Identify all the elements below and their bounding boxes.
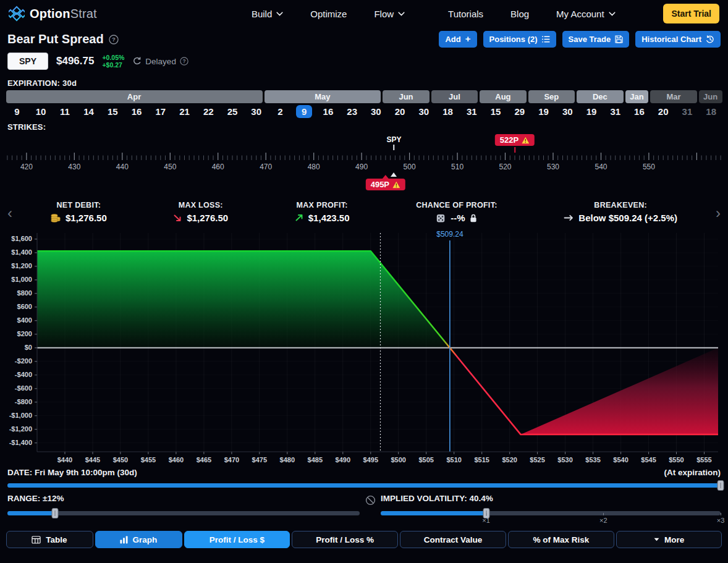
expiration-date-mar-20[interactable]: 20 [651, 104, 675, 119]
date-slider-handle[interactable] [717, 480, 724, 491]
svg-text:550: 550 [643, 163, 655, 171]
leg-badge-522p[interactable]: 522P [495, 134, 535, 146]
historical-chart-button[interactable]: Historical Chart [635, 31, 721, 48]
mode-tab-of-max-risk[interactable]: % of Max Risk [508, 531, 614, 548]
expiration-date-apr-25[interactable]: 25 [221, 104, 245, 119]
svg-text:$1,600: $1,600 [11, 235, 32, 242]
svg-text:500: 500 [404, 163, 416, 171]
payoff-chart[interactable]: $509.24$1,600$1,400$1,200$1,000$800$600$… [5, 228, 723, 465]
strike-ruler[interactable]: 4204304404504604704804905005105205305405… [5, 134, 723, 196]
mode-tab-contract-value[interactable]: Contract Value [400, 531, 506, 548]
strikes-label: STRIKES: [0, 119, 728, 134]
expiration-date-jul-18[interactable]: 18 [436, 104, 460, 119]
expiration-date-dec-19[interactable]: 19 [580, 104, 604, 119]
expiration-month-mar[interactable]: Mar [650, 90, 696, 103]
nav-item-optimize[interactable]: Optimize [310, 9, 347, 19]
expiration-date-apr-14[interactable]: 14 [77, 104, 101, 119]
expiration-date-may-9[interactable]: 9 [292, 104, 316, 119]
expiration-month-dec[interactable]: Dec [577, 90, 623, 103]
expiration-month-jun[interactable]: Jun [383, 90, 429, 103]
expiration-date-dec-31[interactable]: 31 [603, 104, 627, 119]
help-icon[interactable]: ? [109, 35, 119, 44]
svg-text:$455: $455 [141, 456, 156, 464]
expiration-date-mar-31[interactable]: 31 [675, 104, 700, 119]
reset-range-icon[interactable] [360, 494, 381, 525]
expiration-date-apr-17[interactable]: 17 [148, 104, 172, 119]
expiration-date-jul-31[interactable]: 31 [460, 104, 484, 119]
expiration-date-jan26-16[interactable]: 16 [627, 104, 651, 119]
expiration-month-jan26[interactable]: Jan '26 [625, 90, 649, 103]
expiration-date-apr-9[interactable]: 9 [5, 104, 29, 119]
expiration-date-sep-19[interactable]: 19 [531, 104, 556, 119]
expiration-month-sep[interactable]: Sep [528, 90, 575, 103]
expiration-date-apr-11[interactable]: 11 [53, 104, 77, 119]
expiration-month-jun[interactable]: Jun [699, 90, 722, 103]
expiration-date-aug-15[interactable]: 15 [484, 104, 508, 119]
delayed-indicator: Delayed ? [132, 57, 188, 66]
delayed-help-icon[interactable]: ? [180, 57, 188, 66]
expiration-date-may-2[interactable]: 2 [268, 104, 292, 119]
stats-scroll-left-icon[interactable]: ‹ [7, 206, 12, 221]
nav-item-blog[interactable]: Blog [510, 9, 529, 19]
expiration-month-jul[interactable]: Jul [431, 90, 478, 103]
expiration-date-jun-20[interactable]: 20 [388, 104, 412, 119]
arrow-down-red-icon [173, 213, 182, 222]
expiration-date-sep-30[interactable]: 30 [556, 104, 580, 119]
expiration-month-may[interactable]: May [265, 90, 381, 103]
svg-text:$520: $520 [502, 456, 517, 464]
mode-tab-profit-loss[interactable]: Profit / Loss % [292, 531, 398, 548]
svg-text:490: 490 [355, 163, 368, 171]
leg-tick [514, 147, 515, 153]
svg-text:$550: $550 [669, 456, 684, 464]
expiration-date-apr-30[interactable]: 30 [244, 104, 268, 119]
range-slider-handle[interactable] [51, 508, 58, 519]
iv-slider[interactable] [381, 511, 721, 515]
expiration-date-apr-15[interactable]: 15 [101, 104, 125, 119]
expiration-date-apr-10[interactable]: 10 [29, 104, 53, 119]
positions-2--button[interactable]: Positions (2) [483, 31, 556, 48]
nav-item-flow[interactable]: Flow [374, 9, 405, 19]
range-slider[interactable] [7, 511, 360, 515]
expiration-month-aug[interactable]: Aug [480, 90, 526, 103]
nav-item-my-account[interactable]: My Account [556, 9, 616, 19]
logo[interactable]: OptionStrat [9, 6, 97, 22]
expiration-date-jun-30[interactable]: 30 [412, 104, 436, 119]
add-button[interactable]: Add+ [439, 31, 476, 48]
date-slider[interactable] [7, 483, 721, 488]
save-trade-button[interactable]: Save Trade [562, 31, 630, 48]
nav-item-build[interactable]: Build [252, 9, 283, 19]
price-change-abs: +$0.27 [102, 61, 124, 69]
expiration-date-jun-18[interactable]: 18 [699, 104, 723, 119]
expiration-date-apr-21[interactable]: 21 [172, 104, 197, 119]
strike-ruler-ticks: 4204304404504604704804905005105205305405… [5, 148, 723, 172]
svg-text:510: 510 [451, 163, 463, 171]
svg-text:$480: $480 [280, 456, 295, 464]
iv-control: IMPLIED VOLATILITY: 40.4% ×1 ×2 ×3 [381, 494, 721, 525]
expiration-date-may-23[interactable]: 23 [340, 104, 364, 119]
mode-tab-profit-loss[interactable]: Profit / Loss $ [184, 531, 290, 548]
mode-tab-more[interactable]: More [616, 531, 722, 548]
expiration-month-apr[interactable]: Apr [6, 90, 263, 103]
leg-badge-495p[interactable]: 495P [366, 179, 405, 190]
view-tab-table[interactable]: Table [6, 531, 93, 548]
refresh-icon[interactable] [132, 57, 142, 66]
spy-price-pointer-icon [391, 172, 397, 177]
svg-text:$545: $545 [641, 456, 656, 464]
svg-text:$495: $495 [363, 456, 378, 464]
expiration-date-may-30[interactable]: 30 [364, 104, 388, 119]
expiration-date-apr-16[interactable]: 16 [125, 104, 149, 119]
svg-text:$470: $470 [224, 456, 239, 464]
expiration-date-may-16[interactable]: 16 [316, 104, 341, 119]
nav-item-tutorials[interactable]: Tutorials [448, 9, 483, 19]
at-expiration-label: (At expiration) [664, 468, 721, 477]
tab-label: Graph [133, 535, 158, 544]
range-control: RANGE: ±12% [7, 494, 360, 525]
start-trial-button[interactable]: Start Trial [663, 4, 719, 23]
view-tab-graph[interactable]: Graph [95, 531, 182, 548]
symbol-input[interactable]: SPY [7, 53, 48, 70]
expiration-date-aug-29[interactable]: 29 [507, 104, 531, 119]
expiration-date-apr-22[interactable]: 22 [197, 104, 221, 119]
iv-tick-label-x3: ×3 [717, 517, 725, 524]
logo-text-light: Strat [70, 7, 97, 20]
stats-scroll-right-icon[interactable]: › [716, 206, 721, 221]
